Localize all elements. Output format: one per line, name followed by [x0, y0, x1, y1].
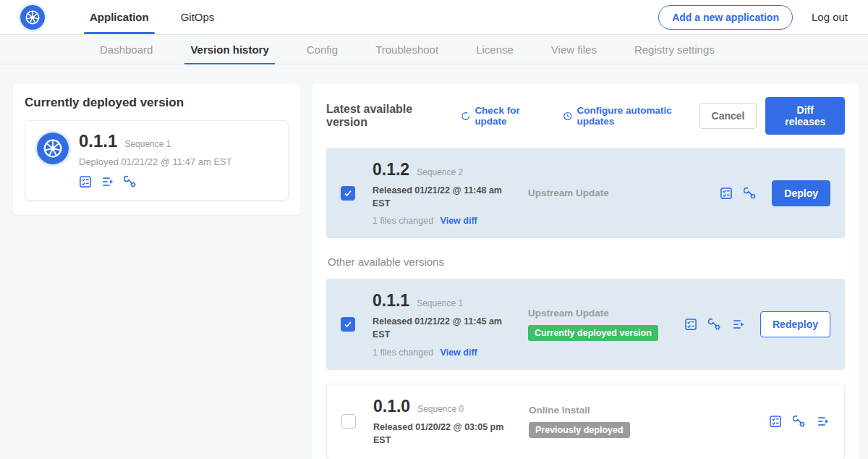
files-changed-line: 1 files changed View diff: [373, 348, 521, 358]
version-checkbox[interactable]: [341, 414, 356, 429]
version-number: 0.1.2: [373, 160, 409, 180]
deployed-sequence: Sequence 1: [124, 139, 171, 149]
version-row-0-1-2: 0.1.2 Sequence 2 Released 01/21/22 @ 11:…: [326, 148, 845, 238]
version-row-0-1-0: 0.1.0 Sequence 0 Released 01/20/22 @ 03:…: [326, 384, 845, 459]
version-info-column: 0.1.0 Sequence 0 Released 01/20/22 @ 03:…: [373, 397, 522, 447]
release-notes-icon[interactable]: [684, 318, 697, 331]
cancel-button[interactable]: Cancel: [699, 103, 757, 129]
version-checkbox[interactable]: [341, 317, 355, 332]
subnav-tab-config[interactable]: Config: [288, 35, 357, 64]
tab-application[interactable]: Application: [74, 0, 165, 34]
version-actions: Redeploy: [684, 311, 830, 337]
version-sequence: Sequence 1: [417, 298, 463, 308]
main-content: Currently deployed version 0.1.1 Sequenc…: [0, 64, 868, 459]
deployed-version-panel: Currently deployed version 0.1.1 Sequenc…: [13, 84, 300, 215]
version-actions: [769, 415, 830, 428]
release-notes-icon[interactable]: [79, 175, 92, 188]
top-nav-tabs: Application GitOps: [74, 0, 230, 34]
version-source: Online Install: [529, 405, 762, 416]
check-for-update-link[interactable]: Check for update: [461, 105, 547, 127]
previously-deployed-badge: Previously deployed: [529, 422, 630, 438]
app-logo-icon: [37, 132, 69, 164]
release-notes-icon[interactable]: [769, 415, 782, 428]
version-source-column: Upstream Update Currently deployed versi…: [521, 308, 684, 341]
refresh-icon: [461, 111, 471, 122]
version-row-0-1-1: 0.1.1 Sequence 1 Released 01/21/22 @ 11:…: [326, 279, 845, 369]
available-version-header: Latest available version Check for updat…: [326, 97, 845, 135]
available-panel-title: Latest available version: [326, 103, 445, 129]
version-checkbox[interactable]: [341, 186, 355, 201]
subnav-tab-version-history[interactable]: Version history: [171, 35, 287, 64]
released-timestamp: Released 01/21/22 @ 11:45 am EST: [373, 315, 506, 341]
redeploy-button[interactable]: Redeploy: [760, 311, 830, 337]
deployed-timestamp: Deployed 01/21/22 @ 11:47 am EST: [79, 156, 232, 167]
release-notes-icon[interactable]: [720, 187, 733, 200]
tab-gitops[interactable]: GitOps: [165, 0, 231, 34]
top-nav: Application GitOps Add a new application…: [0, 0, 868, 35]
row-gap: [326, 370, 845, 384]
version-history-panel: Latest available version Check for updat…: [312, 84, 859, 459]
kubernetes-logo-icon: [20, 5, 45, 30]
diff-icon[interactable]: [817, 415, 830, 428]
logout-button[interactable]: Log out: [812, 11, 848, 23]
config-icon[interactable]: [124, 175, 137, 188]
released-timestamp: Released 01/20/22 @ 03:05 pm EST: [373, 421, 507, 447]
config-icon[interactable]: [708, 318, 721, 331]
currently-deployed-badge: Currently deployed version: [528, 325, 658, 341]
config-icon[interactable]: [793, 415, 806, 428]
diff-icon[interactable]: [732, 318, 745, 331]
version-source-column: Upstream Update: [521, 188, 720, 198]
files-changed-line: 1 files changed View diff: [373, 216, 521, 226]
subnav-tab-dashboard[interactable]: Dashboard: [81, 35, 171, 64]
add-application-button[interactable]: Add a new application: [658, 5, 793, 30]
view-diff-link[interactable]: View diff: [441, 348, 477, 358]
clock-icon: [563, 111, 573, 122]
version-source: Upstream Update: [528, 308, 677, 319]
deployed-panel-title: Currently deployed version: [25, 96, 289, 110]
subnav-tab-license[interactable]: License: [457, 35, 532, 64]
version-number: 0.1.0: [373, 397, 410, 416]
version-source: Upstream Update: [528, 188, 712, 198]
subnav-tab-registry-settings[interactable]: Registry settings: [616, 35, 733, 64]
subnav-tab-troubleshoot[interactable]: Troubleshoot: [357, 35, 457, 64]
version-sequence: Sequence 0: [417, 404, 464, 414]
version-sequence: Sequence 2: [417, 167, 463, 177]
other-versions-title: Other available versions: [328, 256, 845, 268]
files-changed: 1 files changed: [373, 348, 433, 358]
subnav-tab-view-files[interactable]: View files: [532, 35, 616, 64]
version-number: 0.1.1: [373, 291, 409, 311]
configure-auto-updates-link[interactable]: Configure automatic updates: [563, 105, 699, 127]
files-changed: 1 files changed: [373, 216, 433, 226]
app-subnav: Dashboard Version history Config Trouble…: [0, 35, 868, 64]
deployed-version-info: 0.1.1 Sequence 1 Deployed 01/21/22 @ 11:…: [79, 131, 232, 188]
view-diff-link[interactable]: View diff: [441, 216, 477, 226]
deployed-version-card: 0.1.1 Sequence 1 Deployed 01/21/22 @ 11:…: [25, 120, 289, 201]
config-icon[interactable]: [744, 187, 757, 200]
released-timestamp: Released 01/21/22 @ 11:48 am EST: [373, 184, 506, 210]
version-source-column: Online Install Previously deployed: [522, 405, 769, 438]
deployed-version-number: 0.1.1: [79, 131, 117, 151]
diff-releases-button[interactable]: Diff releases: [765, 97, 845, 135]
deploy-button[interactable]: Deploy: [772, 180, 830, 206]
version-info-column: 0.1.1 Sequence 1 Released 01/21/22 @ 11:…: [373, 291, 521, 357]
version-actions: Deploy: [720, 180, 830, 206]
diff-icon[interactable]: [101, 175, 114, 188]
version-info-column: 0.1.2 Sequence 2 Released 01/21/22 @ 11:…: [373, 160, 521, 226]
